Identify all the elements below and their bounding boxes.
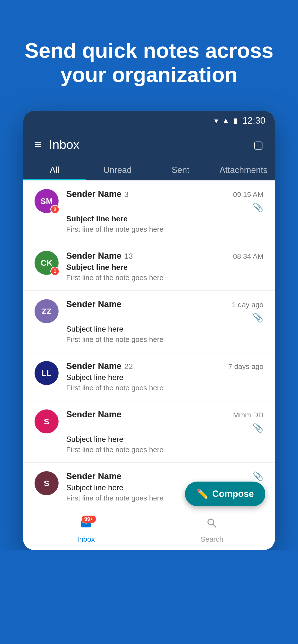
avatar: S [35,410,59,434]
window-icon[interactable]: ▢ [253,139,263,150]
attachment-icon: 📎 [253,471,263,481]
list-item[interactable]: LL Sender Name 22 7 days ago Subject lin… [23,352,275,401]
message-content: Sender Name 22 7 days ago Subject line h… [66,361,263,392]
sender-line: Sender Name 22 [66,361,133,371]
sender-name: Sender Name [66,410,121,420]
message-count: 13 [124,252,133,261]
bottom-nav: 99+ Inbox Search [23,511,275,550]
search-icon [206,518,218,532]
nav-label-search: Search [201,535,223,544]
status-icons: ▾ ▲ ▮ [214,116,238,125]
avatar: CK 1 [35,251,59,275]
inbox-badge: 99+ [81,515,96,523]
hamburger-menu-icon[interactable]: ≡ [35,139,41,150]
message-right: 📎 [253,471,263,481]
list-item[interactable]: S Sender Name Mmm DD 📎 Subject line here… [23,401,275,463]
app-bar-title: Inbox [49,137,79,152]
avatar: ZZ [35,299,59,323]
message-time: 09:15 AM [233,190,263,198]
sender-line: Sender Name 13 [66,251,133,261]
message-header: Sender Name 3 09:15 AM 📎 [66,189,263,212]
message-right: 09:15 AM 📎 [233,190,263,212]
pencil-icon: ✏️ [197,488,209,500]
avatar: LL [35,361,59,385]
list-item[interactable]: ZZ Sender Name 1 day ago 📎 Subject line … [23,290,275,352]
subject-line: Subject line here [66,435,263,444]
message-time: 1 day ago [232,301,263,309]
unread-badge: 2 [50,205,60,214]
sender-line: Sender Name [66,471,121,481]
sender-line: Sender Name [66,299,121,309]
hero-section: Send quick notes across your organizatio… [0,0,298,111]
app-bar: ≡ Inbox ▢ [23,130,275,158]
list-item[interactable]: SM 2 Sender Name 3 09:15 AM 📎 S [23,180,275,242]
tab-all[interactable]: All [23,158,86,180]
messages-list: SM 2 Sender Name 3 09:15 AM 📎 S [23,180,275,511]
message-header: Sender Name 22 7 days ago [66,361,263,371]
nav-icon-wrap: 99+ [80,517,92,532]
message-time: 08:34 AM [233,252,263,260]
preview-line: First line of the note goes here [66,274,263,282]
battery-icon: ▮ [233,116,238,125]
message-time: Mmm DD [233,411,263,419]
message-header: Sender Name 13 08:34 AM [66,251,263,261]
sender-name: Sender Name [66,361,121,371]
wifi-icon: ▾ [214,116,218,125]
attachment-icon: 📎 [253,313,263,323]
compose-label: Compose [212,489,254,499]
tab-unread[interactable]: Unread [86,158,149,180]
phone-wrapper: ▾ ▲ ▮ 12:30 ≡ Inbox ▢ All Unread Sent At… [23,111,275,550]
nav-item-search[interactable]: Search [149,517,275,544]
compose-fab[interactable]: ✏️ Compose [185,482,265,506]
message-header: Sender Name 📎 [66,471,263,481]
message-count: 22 [124,362,133,371]
bottom-blue [0,550,298,644]
unread-badge: 1 [50,267,60,276]
avatar: S [35,471,59,495]
status-bar: ▾ ▲ ▮ 12:30 [23,111,275,130]
preview-line: First line of the note goes here [66,446,263,454]
subject-line: Subject line here [66,373,263,382]
message-count: 3 [124,190,129,199]
nav-item-inbox[interactable]: 99+ Inbox [23,517,149,544]
sender-name: Sender Name [66,471,121,481]
message-content: Sender Name 3 09:15 AM 📎 Subject line he… [66,189,263,233]
tabs-container: All Unread Sent Attachments [23,158,275,180]
app-bar-right: ▢ [253,138,263,151]
message-content: Sender Name 13 08:34 AM Subject line her… [66,251,263,282]
message-time: 7 days ago [228,362,263,371]
message-right: 7 days ago [228,362,263,371]
preview-line: First line of the note goes here [66,225,263,233]
messages-area: SM 2 Sender Name 3 09:15 AM 📎 S [23,180,275,511]
sender-name: Sender Name [66,189,121,199]
subject-line: Subject line here [66,325,263,334]
attachment-icon: 📎 [253,423,263,433]
sender-name: Sender Name [66,251,121,261]
nav-icon-wrap [206,517,218,532]
attachment-icon: 📎 [253,202,263,212]
subject-line: Subject line here [66,214,263,223]
message-header: Sender Name Mmm DD 📎 [66,410,263,433]
subject-line: Subject line here [66,263,263,272]
message-content: Sender Name Mmm DD 📎 Subject line here F… [66,410,263,454]
hero-title: Send quick notes across your organizatio… [19,38,279,87]
sender-line: Sender Name [66,410,121,420]
message-right: 1 day ago 📎 [232,301,263,323]
signal-icon: ▲ [222,116,230,125]
message-right: Mmm DD 📎 [233,411,263,433]
message-header: Sender Name 1 day ago 📎 [66,299,263,323]
preview-line: First line of the note goes here [66,336,263,344]
sender-name: Sender Name [66,299,121,309]
app-bar-left: ≡ Inbox [35,137,79,152]
tab-sent[interactable]: Sent [149,158,212,180]
list-item[interactable]: CK 1 Sender Name 13 08:34 AM Subject lin… [23,242,275,290]
sender-line: Sender Name 3 [66,189,129,199]
preview-line: First line of the note goes here [66,384,263,392]
message-right: 08:34 AM [233,252,263,260]
nav-label-inbox: Inbox [77,535,95,544]
status-time: 12:30 [243,116,265,126]
message-content: Sender Name 1 day ago 📎 Subject line her… [66,299,263,344]
avatar: SM 2 [35,189,59,213]
tab-attachments[interactable]: Attachments [212,158,275,180]
